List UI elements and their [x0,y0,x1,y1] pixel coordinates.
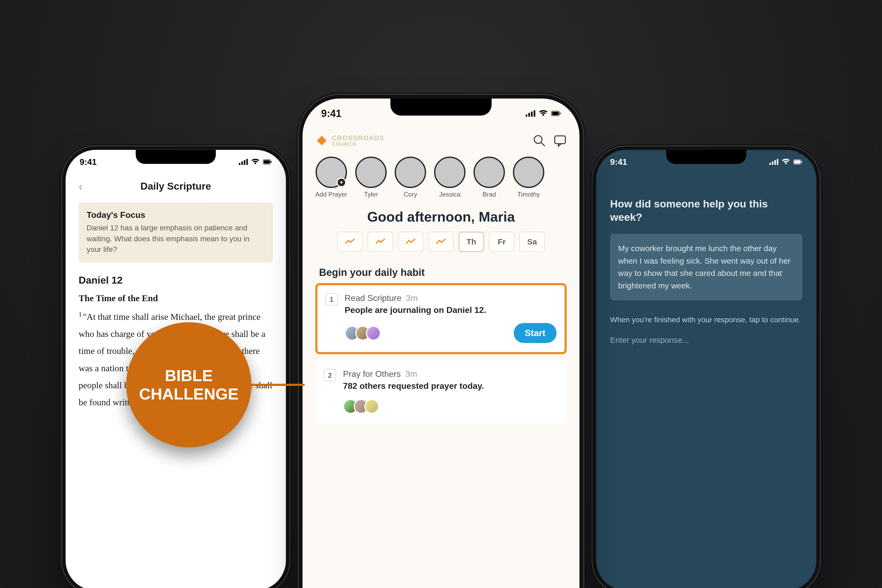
week-strip: Th Fr Sa [315,232,567,252]
svg-rect-20 [560,112,561,114]
signal-icon [239,159,248,165]
habit-duration: 3m [405,369,417,379]
svg-rect-2 [244,160,246,165]
status-time: 9:41 [610,157,627,167]
trend-icon [375,238,386,246]
search-icon[interactable] [532,134,546,147]
habit-duration: 3m [406,293,418,303]
habit-card-pray[interactable]: 2 Pray for Others 3m 782 others requeste… [315,361,567,423]
brand: CROSSROADS CHURCH [315,134,384,147]
svg-rect-13 [801,161,802,163]
trend-icon [405,238,416,246]
habit-subtext: People are journaling on Daniel 12. [345,305,556,315]
stories-row: + Add Prayer Tyler Cory Jessica Br [315,157,567,198]
notch [136,150,216,164]
day-done[interactable] [337,232,363,252]
wifi-icon [251,159,260,165]
battery-icon [794,159,802,165]
wifi-icon [782,159,790,165]
day-done[interactable] [398,232,423,252]
signal-icon [526,110,535,117]
story-label: Tyler [364,190,378,198]
story-item[interactable]: Jessica [434,157,465,198]
start-button[interactable]: Start [514,323,556,343]
story-label: Brad [483,190,496,198]
phone-home: 9:41 CROSSROADS CHURCH [303,99,579,588]
svg-rect-23 [555,136,566,144]
verse-number: 1 [78,311,82,318]
habit-heading: Begin your daily habit [319,267,567,278]
svg-point-21 [534,135,542,143]
svg-rect-19 [552,112,559,115]
status-icons [526,110,561,117]
svg-rect-0 [239,163,240,165]
section-heading: The Time of the End [78,292,273,303]
story-item[interactable]: Cory [394,157,426,198]
day-done[interactable] [428,232,454,252]
response-input[interactable]: Enter your response... [610,336,802,345]
phone-response: 9:41 How did someone help you this week?… [596,150,816,588]
focus-heading: Today's Focus [87,210,265,220]
avatar-stack [343,399,379,414]
brand-line1: CROSSROADS [332,135,384,141]
story-label: Add Prayer [315,190,347,198]
svg-rect-16 [531,112,532,117]
story-label: Timothy [518,190,540,198]
prompt-question: How did someone help you this week? [610,197,802,224]
brand-logo-icon [315,134,328,147]
status-icons [239,159,272,165]
svg-line-22 [541,142,545,146]
avatar-stack [345,326,381,340]
story-item[interactable]: Brad [474,157,505,198]
plus-icon: + [337,178,346,187]
response-screen: How did someone help you this week? My c… [596,177,816,588]
day-th[interactable]: Th [459,232,484,252]
story-item[interactable]: Timothy [513,157,544,198]
continue-hint: When you're finished with your response,… [610,315,802,324]
day-sa[interactable]: Sa [519,232,545,252]
habit-title: Pray for Others [343,369,401,379]
greeting: Good afternoon, Maria [315,209,567,225]
trend-icon [345,238,355,246]
battery-icon [263,159,272,165]
svg-rect-6 [271,161,272,163]
svg-rect-17 [534,110,535,117]
promo-stage: 9:41 ‹ Daily Scripture Today's Focus Dan… [0,0,882,588]
status-time: 9:41 [321,108,341,119]
habit-subtext: 782 others requested prayer today. [343,381,558,391]
svg-rect-9 [774,160,776,165]
back-button[interactable]: ‹ [78,179,82,193]
story-item[interactable]: Tyler [355,157,387,198]
top-bar: CROSSROADS CHURCH [315,131,567,150]
focus-card: Today's Focus Daniel 12 has a large emph… [78,202,273,262]
habit-card-scripture[interactable]: 1 Read Scripture 3m People are journalin… [315,283,567,354]
svg-rect-12 [794,160,800,164]
status-icons [770,159,802,165]
svg-rect-14 [526,114,527,117]
svg-rect-1 [241,161,243,165]
signal-icon [770,159,778,165]
brand-line2: CHURCH [332,141,384,147]
focus-body: Daniel 12 has a large emphasis on patien… [87,222,265,255]
trend-icon [436,238,446,246]
battery-icon [551,110,561,117]
step-number: 2 [324,369,336,381]
habit-title: Read Scripture [345,293,401,303]
day-done[interactable] [368,232,393,252]
svg-rect-5 [264,160,270,164]
svg-rect-3 [246,159,248,165]
home-screen: CROSSROADS CHURCH + Add Prayer Tyler [303,131,579,588]
response-card: My coworker brought me lunch the other d… [610,234,802,300]
story-label: Cory [404,190,417,198]
callout-connector [251,384,304,386]
day-fr[interactable]: Fr [489,232,514,252]
status-time: 9:41 [80,157,97,167]
chapter-heading: Daniel 12 [78,274,273,285]
notch [390,99,492,116]
wifi-icon [538,110,548,117]
callout-bible-challenge: BIBLECHALLENGE [126,322,304,447]
story-add-prayer[interactable]: + Add Prayer [315,157,347,198]
svg-rect-15 [528,113,530,117]
chat-icon[interactable] [554,134,567,147]
svg-rect-10 [777,159,778,165]
